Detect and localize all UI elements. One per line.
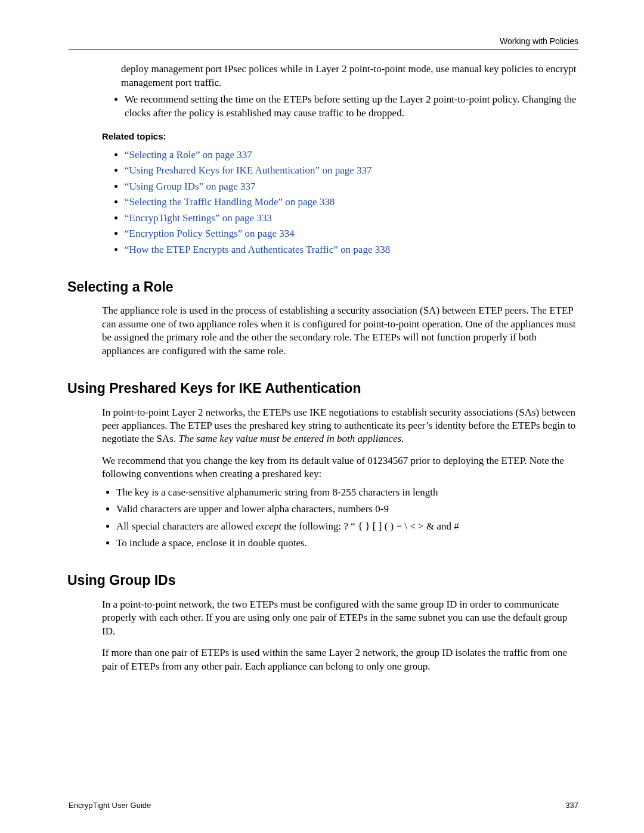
related-link-5[interactable]: “EncrypTight Settings” on page 333 [125,212,272,224]
related-link-7[interactable]: “How the ETEP Encrypts and Authenticates… [125,244,390,255]
preshared-bullets: The key is a case-sensitive alphanumeric… [104,486,578,550]
related-link-2[interactable]: “Using Preshared Keys for IKE Authentica… [125,165,372,176]
body-block: deploy management port IPsec polices whi… [110,63,578,256]
related-link-3[interactable]: “Using Group IDs” on page 337 [125,181,256,192]
preshared-bullet-3: All special characters are allowed excep… [116,520,578,533]
preshared-bullet-3c: the following: ? “ { } [ ] ( ) = \ < > &… [281,521,459,532]
related-link-6[interactable]: “Encryption Policy Settings” on page 334 [125,228,295,239]
section-heading-preshared: Using Preshared Keys for IKE Authenticat… [67,379,578,397]
section-heading-selecting-role: Selecting a Role [67,278,578,296]
document-page: Working with Policies deploy management … [0,0,644,833]
preshared-p1: In point-to-point Layer 2 networks, the … [102,406,578,446]
preshared-bullet-3b: except [256,521,281,532]
preshared-p2: We recommend that you change the key fro… [102,454,578,481]
selecting-role-p1: The appliance role is used in the proces… [102,304,578,358]
header-section-title: Working with Policies [69,36,578,47]
page-footer: EncrypTight User Guide 337 [69,800,578,810]
footer-page-number: 337 [565,800,578,810]
related-link-1[interactable]: “Selecting a Role” on page 337 [125,149,252,160]
related-link-4[interactable]: “Selecting the Traffic Handling Mode” on… [125,196,335,208]
preshared-bullet-3a: All special characters are allowed [116,521,256,532]
continued-paragraph: deploy management port IPsec polices whi… [121,63,578,89]
intro-bullet-1: We recommend setting the time on the ETE… [125,93,578,120]
section-heading-group-ids: Using Group IDs [67,571,578,589]
group-ids-p1: In a point-to-point network, the two ETE… [102,598,578,638]
header-rule [69,49,578,49]
section-body-selecting-role: The appliance role is used in the proces… [102,304,578,358]
related-topics-heading: Related topics: [102,131,578,143]
intro-bullets: We recommend setting the time on the ETE… [113,93,578,120]
preshared-p1-italic: The same key value must be entered in bo… [178,433,404,444]
section-body-preshared: In point-to-point Layer 2 networks, the … [102,406,578,550]
preshared-bullet-1: The key is a case-sensitive alphanumeric… [116,486,578,499]
group-ids-p2: If more than one pair of ETEPs is used w… [102,646,578,673]
footer-left: EncrypTight User Guide [69,800,151,810]
section-body-group-ids: In a point-to-point network, the two ETE… [102,598,578,673]
preshared-bullet-4: To include a space, enclose it in double… [116,537,578,550]
preshared-bullet-2: Valid characters are upper and lower alp… [116,503,578,516]
related-topics-list: “Selecting a Role” on page 337 “Using Pr… [113,148,578,256]
